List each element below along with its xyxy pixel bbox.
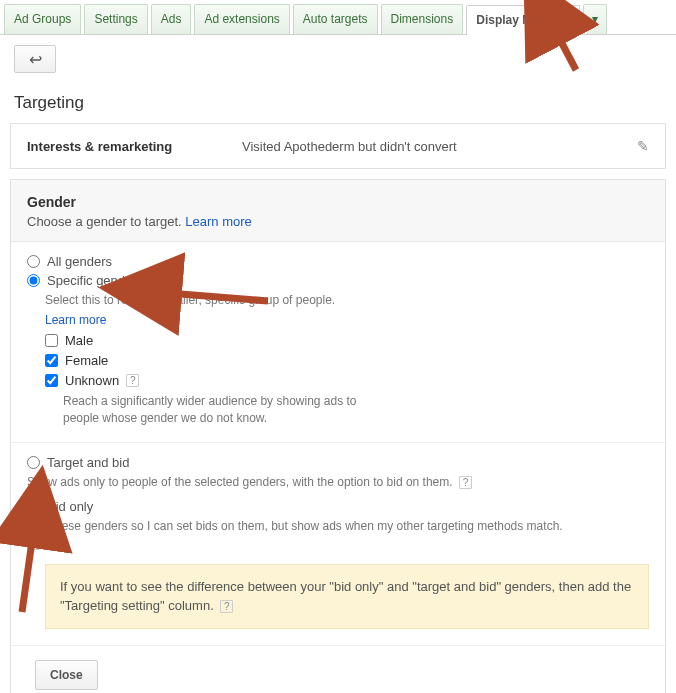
radio-target-and-bid[interactable]: Target and bid	[27, 455, 649, 470]
tab-ads[interactable]: Ads	[151, 4, 192, 34]
radio-target-and-bid-input[interactable]	[27, 456, 40, 469]
checkbox-male-input[interactable]	[45, 334, 58, 347]
checkbox-female[interactable]: Female	[45, 353, 649, 368]
radio-all-genders[interactable]: All genders	[27, 254, 649, 269]
caret-down-icon: ▾	[592, 12, 598, 26]
tip-callout: If you want to see the difference betwee…	[45, 564, 649, 629]
target-and-bid-help: Show ads only to people of the selected …	[27, 474, 649, 491]
radio-all-genders-label: All genders	[47, 254, 112, 269]
radio-bid-only-input[interactable]	[27, 500, 40, 513]
tab-ad-extensions[interactable]: Ad extensions	[194, 4, 289, 34]
gender-subtitle: Choose a gender to target. Learn more	[27, 214, 649, 229]
gender-editor-panel: Gender Choose a gender to target. Learn …	[10, 179, 666, 693]
help-icon[interactable]: ?	[126, 374, 139, 387]
checkbox-unknown-input[interactable]	[45, 374, 58, 387]
close-button[interactable]: Close	[35, 660, 98, 690]
radio-specific-genders[interactable]: Specific genders	[27, 273, 649, 288]
back-arrow-icon: ↩	[29, 50, 42, 69]
unknown-help-text: Reach a significantly wider audience by …	[63, 393, 383, 427]
checkbox-female-input[interactable]	[45, 354, 58, 367]
tab-dimensions[interactable]: Dimensions	[381, 4, 464, 34]
checkbox-male[interactable]: Male	[45, 333, 649, 348]
specific-genders-help: Select this to reach a smaller, specific…	[45, 292, 649, 309]
tab-more-dropdown[interactable]: ▾	[583, 4, 607, 34]
radio-bid-only-label: Bid only	[47, 499, 93, 514]
edit-icon[interactable]: ✎	[637, 138, 649, 154]
radio-bid-only[interactable]: Bid only	[27, 499, 649, 514]
checkbox-female-label: Female	[65, 353, 108, 368]
bid-only-help: Add these genders so I can set bids on t…	[27, 518, 649, 552]
radio-all-genders-input[interactable]	[27, 255, 40, 268]
summary-label: Interests & remarketing	[27, 139, 242, 154]
tab-bar: Ad Groups Settings Ads Ad extensions Aut…	[0, 0, 676, 35]
gender-scope-section: All genders Specific genders Select this…	[11, 242, 665, 443]
tab-auto-targets[interactable]: Auto targets	[293, 4, 378, 34]
help-icon[interactable]: ?	[27, 537, 40, 550]
help-icon[interactable]: ?	[220, 600, 233, 613]
targeting-summary-panel: Interests & remarketing Visited Apothede…	[10, 123, 666, 169]
help-icon[interactable]: ?	[459, 476, 472, 489]
gender-title: Gender	[27, 194, 649, 210]
radio-specific-genders-input[interactable]	[27, 274, 40, 287]
back-button[interactable]: ↩	[14, 45, 56, 73]
gender-learn-more-link[interactable]: Learn more	[185, 214, 251, 229]
tab-ad-groups[interactable]: Ad Groups	[4, 4, 81, 34]
tab-settings[interactable]: Settings	[84, 4, 147, 34]
summary-value: Visited Apothederm but didn't convert	[242, 139, 637, 154]
radio-target-and-bid-label: Target and bid	[47, 455, 129, 470]
bid-mode-section: Target and bid Show ads only to people o…	[11, 443, 665, 645]
radio-specific-genders-label: Specific genders	[47, 273, 143, 288]
checkbox-unknown-label: Unknown	[65, 373, 119, 388]
specific-genders-learn-more-link[interactable]: Learn more	[45, 313, 649, 327]
page-title: Targeting	[14, 93, 662, 113]
checkbox-male-label: Male	[65, 333, 93, 348]
tab-display-network[interactable]: Display Network	[466, 5, 579, 35]
checkbox-unknown[interactable]: Unknown ?	[45, 373, 649, 388]
